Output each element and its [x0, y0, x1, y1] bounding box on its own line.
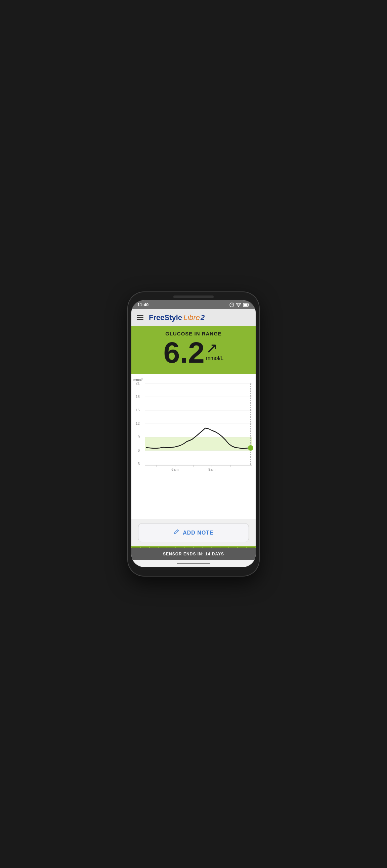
battery-icon	[243, 303, 249, 307]
pencil-icon	[173, 529, 179, 536]
do-not-disturb-icon	[230, 303, 234, 307]
phone-home-bar	[131, 560, 256, 567]
current-glucose-dot	[248, 445, 253, 451]
status-time: 11:40	[138, 302, 148, 307]
phone-frame: 11:40	[128, 292, 259, 576]
status-icons	[230, 303, 249, 307]
logo-2: 2	[201, 313, 205, 322]
svg-text:6am: 6am	[171, 467, 178, 471]
range-band	[145, 437, 252, 451]
logo-freestyle: FreeStyle	[149, 313, 182, 322]
logo-libre: Libre	[183, 313, 200, 322]
chart-inner: mmol/L 21 18	[131, 377, 256, 519]
svg-rect-3	[248, 304, 249, 306]
svg-text:6: 6	[138, 448, 140, 452]
app-logo: FreeStyle Libre 2	[149, 313, 205, 322]
svg-text:3: 3	[138, 462, 140, 466]
phone-notch	[173, 296, 214, 298]
add-note-button[interactable]: ADD NOTE	[138, 523, 249, 542]
sensor-bar: SENSOR ENDS IN: 14 DAYS	[131, 548, 256, 560]
svg-text:18: 18	[136, 395, 140, 399]
glucose-chart: 21 18 15 12 9 6	[131, 377, 256, 477]
svg-text:9am: 9am	[208, 467, 215, 471]
glucose-unit: mmol/L	[206, 355, 224, 361]
add-note-label: ADD NOTE	[183, 530, 214, 536]
glucose-banner: GLUCOSE IN RANGE 6.2 ↗ mmol/L	[131, 326, 256, 374]
svg-text:12: 12	[136, 422, 140, 426]
app-header: FreeStyle Libre 2	[131, 309, 256, 326]
svg-text:9: 9	[138, 435, 140, 439]
menu-button[interactable]	[137, 315, 144, 320]
glucose-value: 6.2	[163, 338, 205, 367]
svg-text:21: 21	[136, 381, 140, 385]
glucose-trend-arrow: ↗	[206, 341, 218, 355]
status-bar: 11:40	[131, 300, 256, 309]
glucose-value-row: 6.2 ↗ mmol/L	[138, 338, 249, 367]
home-indicator	[177, 563, 210, 564]
sensor-bar-text: SENSOR ENDS IN: 14 DAYS	[163, 552, 224, 556]
svg-rect-4	[244, 304, 247, 306]
svg-text:15: 15	[136, 408, 140, 412]
action-area: ADD NOTE	[131, 519, 256, 546]
wifi-icon	[236, 303, 241, 307]
chart-container: mmol/L 21 18	[131, 374, 256, 519]
phone-screen: 11:40	[131, 300, 256, 567]
